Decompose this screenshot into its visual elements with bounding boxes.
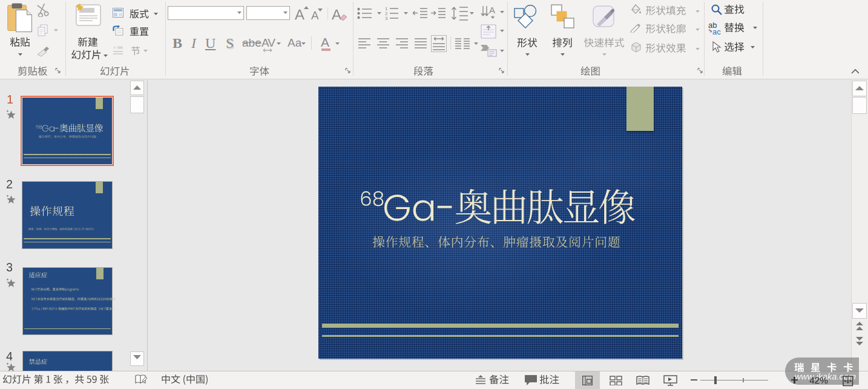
svg-text:3: 3 [385,16,388,21]
svg-text:A: A [489,5,495,15]
svg-text:ac: ac [712,27,721,35]
